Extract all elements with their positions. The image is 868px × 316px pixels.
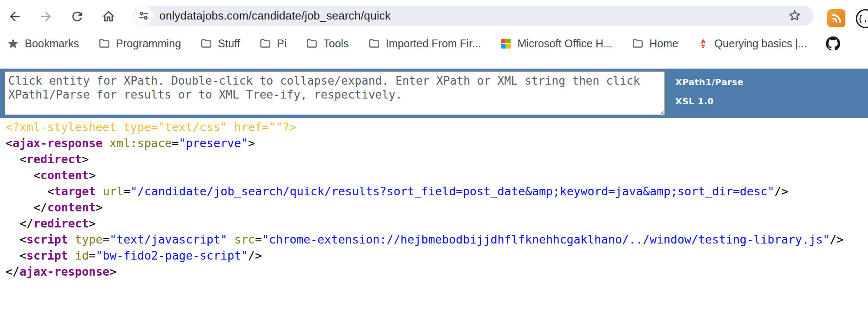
xml-tag-name[interactable]: target (54, 184, 96, 198)
xml-attr-value: "bw-fido2-page-script" (96, 249, 248, 262)
microsoft-logo-icon (500, 38, 512, 49)
xml-tag-name[interactable]: ajax-response (13, 136, 102, 150)
bookmark-page-button[interactable] (788, 9, 802, 23)
xml-punctuation (102, 136, 109, 150)
xml-attr-name: id (75, 249, 89, 262)
star-icon (7, 37, 19, 49)
xml-punctuation (68, 249, 75, 262)
bookmark-bookmarks[interactable]: Bookmarks (7, 37, 79, 50)
xml-processing-instruction: <?xml-stylesheet type="text/css" href=""… (6, 120, 296, 134)
back-button[interactable] (5, 7, 24, 26)
xml-punctuation: > (248, 136, 255, 150)
bookmark-label: Bookmarks (25, 37, 79, 50)
xml-punctuation: = (124, 184, 131, 198)
bookmark-querying-basics[interactable]: Querying basics |... (697, 37, 807, 50)
brace-glyph: {.. (858, 13, 868, 24)
xml-punctuation: /> (830, 233, 844, 246)
xml-line: <?xml-stylesheet type="text/css" href=""… (6, 119, 868, 135)
bookmark-label: Pi (277, 37, 286, 50)
xml-attr-name: type (75, 233, 103, 246)
xml-punctuation: = (89, 249, 96, 262)
folder-icon (259, 37, 271, 49)
home-button[interactable] (99, 7, 118, 26)
github-icon (826, 36, 840, 51)
xml-punctuation: /> (774, 184, 788, 198)
xml-line: <target url="/candidate/job_search/quick… (6, 183, 868, 199)
reload-button[interactable] (68, 7, 87, 26)
browser-toolbar: onlydatajobs.com/candidate/job_search/qu… (0, 0, 868, 33)
folder-icon (368, 37, 380, 49)
xml-line: </ajax-response> (6, 263, 868, 280)
url-text: onlydatajobs.com/candidate/job_search/qu… (159, 9, 788, 23)
xml-punctuation (227, 233, 234, 246)
xsl-button[interactable]: XSL 1.0 (675, 96, 713, 106)
xml-tag-name[interactable]: content (40, 168, 89, 182)
bookmark-github[interactable] (826, 36, 840, 51)
home-icon (101, 9, 116, 24)
xml-line: <redirect> (6, 151, 868, 167)
xml-punctuation: </ (6, 265, 20, 278)
xml-line: <content> (6, 167, 868, 183)
site-settings-button[interactable] (134, 6, 153, 25)
xml-punctuation: = (255, 233, 262, 246)
bookmark-label: Querying basics |... (714, 37, 807, 50)
tune-icon (138, 10, 150, 22)
folder-icon (200, 37, 212, 49)
xml-punctuation: < (20, 233, 26, 246)
bookmark-microsoft-office[interactable]: Microsoft Office H... (500, 37, 612, 50)
rss-extension-button[interactable] (827, 9, 845, 27)
bookmark-pi[interactable]: Pi (259, 37, 286, 50)
xml-line: </content> (6, 199, 868, 215)
xml-punctuation: > (89, 168, 96, 182)
xpath-input[interactable] (4, 71, 665, 115)
forward-button[interactable] (36, 7, 56, 26)
json-extension-button[interactable]: {.. (856, 9, 868, 28)
bookmark-label: Microsoft Office H... (517, 37, 612, 50)
bookmark-stuff[interactable]: Stuff (200, 37, 240, 50)
xml-punctuation: < (20, 249, 26, 262)
xml-attr-name: url (103, 184, 124, 198)
xml-punctuation: < (47, 184, 54, 198)
xml-line: </redirect> (6, 215, 868, 231)
xml-punctuation (68, 233, 75, 246)
bookmark-tools[interactable]: Tools (306, 37, 349, 50)
xml-line: <script type="text/javascript" src="chro… (6, 231, 868, 247)
rss-icon (830, 12, 843, 25)
bookmark-label: Home (649, 37, 678, 50)
xml-attr-value: "chrome-extension://hejbmebodbijjdhflfkn… (262, 233, 830, 246)
xml-tag-name[interactable]: script (26, 233, 68, 246)
xml-tag-name[interactable]: script (26, 249, 68, 262)
bookmark-label: Imported From Fir... (386, 37, 481, 50)
xml-tag-name[interactable]: redirect (26, 152, 82, 166)
xpath-panel: XPath1/Parse XSL 1.0 (0, 69, 868, 118)
xml-punctuation: /> (248, 249, 262, 262)
star-outline-icon (788, 9, 802, 23)
bookmark-home[interactable]: Home (631, 37, 678, 50)
bookmark-label: Tools (323, 37, 349, 50)
xml-punctuation: </ (33, 201, 47, 214)
folder-icon (306, 37, 318, 49)
xml-punctuation: > (89, 217, 96, 230)
xml-punctuation: > (96, 201, 103, 214)
xml-attr-name: src (234, 233, 255, 246)
folder-icon (98, 37, 110, 49)
xml-punctuation: = (103, 233, 110, 246)
forward-arrow-icon (39, 9, 53, 24)
url-bar[interactable]: onlydatajobs.com/candidate/job_search/qu… (133, 6, 814, 26)
xml-tag-name[interactable]: redirect (33, 217, 89, 230)
xml-punctuation: > (82, 152, 89, 166)
xml-tree: <?xml-stylesheet type="text/css" href=""… (0, 116, 868, 280)
xml-tag-name[interactable]: ajax-response (20, 265, 109, 278)
xml-punctuation: < (20, 152, 26, 166)
xml-punctuation: > (109, 265, 116, 278)
xpath1-parse-button[interactable]: XPath1/Parse (675, 77, 743, 87)
xml-attr-name: xml:space (109, 136, 172, 150)
bookmark-label: Programming (116, 37, 181, 50)
xml-punctuation (96, 184, 103, 198)
bookmark-programming[interactable]: Programming (98, 37, 181, 50)
folder-icon (631, 37, 644, 49)
bookmark-imported-from-firefox[interactable]: Imported From Fir... (368, 37, 481, 50)
nav-buttons (0, 7, 118, 26)
xml-tag-name[interactable]: content (47, 201, 96, 214)
xml-punctuation: < (6, 136, 13, 150)
